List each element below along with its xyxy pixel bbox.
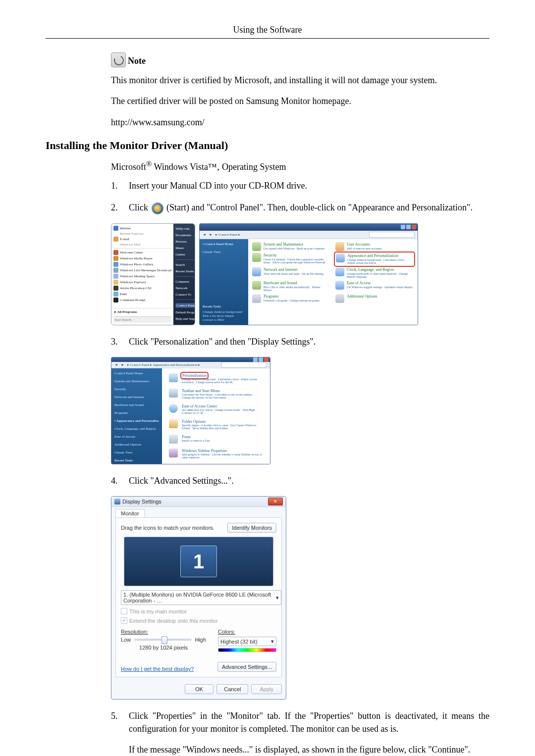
app-icon [114, 499, 120, 504]
sm-item[interactable]: Windows Live Messenger Download [113, 268, 171, 273]
ok-button[interactable]: OK [185, 684, 214, 694]
row-folder[interactable]: Folder OptionsSpecify single- or double-… [169, 419, 263, 430]
sm-item[interactable]: Windows Photo Gallery [113, 262, 171, 267]
rail-recent-header: Recent Tasks [114, 458, 159, 462]
breadcrumb[interactable]: ▸ Control Panel ▸ Appearance and Persona… [127, 363, 218, 367]
rail-item[interactable]: Ease of Access [114, 435, 159, 439]
rail-recent-item[interactable]: Change desktop background [203, 310, 245, 314]
note-row: Note [111, 52, 489, 67]
rail-item[interactable]: Additional Options [114, 443, 159, 447]
cancel-button[interactable]: Cancel [216, 684, 248, 694]
cat-system[interactable]: System and MaintenanceGet started with W… [252, 242, 330, 251]
resolution-label: Resolution: [121, 629, 206, 635]
max-icon[interactable] [259, 357, 263, 362]
sm-item[interactable]: Windows Meeting Space [113, 274, 171, 279]
rail-item[interactable]: Hardware and Sound [114, 403, 159, 407]
advanced-button[interactable]: Advanced Settings... [217, 662, 276, 672]
sm-r[interactable]: Help and Support [175, 317, 195, 321]
sm-r[interactable]: Computer [175, 280, 195, 284]
cat-sub: Check for updates · Check this computer'… [264, 258, 330, 264]
cat-additional[interactable]: Additional Options [335, 294, 414, 303]
rail-item[interactable]: Programs [114, 411, 159, 415]
all-programs[interactable]: ▸ All Programs [113, 308, 171, 315]
step-4: Click "Advanced Settings...". [111, 474, 489, 487]
sm-r[interactable]: Default Programs [175, 310, 195, 314]
rail-item[interactable]: Network and Internet [114, 395, 159, 399]
sm-r[interactable]: Search [175, 263, 195, 267]
slider-thumb[interactable] [161, 636, 167, 644]
row-taskbar[interactable]: Taskbar and Start MenuCustomize the Star… [169, 389, 263, 399]
slider-track[interactable] [134, 639, 192, 641]
cat-hardware[interactable]: Hardware and SoundPlay CDs or other medi… [252, 281, 330, 292]
cat-users[interactable]: User AccountsAdd or remove user accounts [335, 242, 414, 251]
sm-r[interactable]: Documents [175, 233, 195, 237]
max-icon[interactable] [406, 225, 411, 229]
personalization-link[interactable]: Personalization [182, 373, 207, 378]
search-input[interactable] [221, 362, 267, 368]
back-icon[interactable]: ◄ [203, 233, 206, 237]
close-button[interactable]: ✕ [268, 498, 283, 505]
rail-recent-item[interactable]: Pick a far more simple [203, 314, 245, 318]
fwd-icon[interactable]: ► [209, 233, 213, 237]
monitor-preview[interactable]: 1 [124, 537, 273, 586]
close-icon[interactable] [412, 225, 416, 229]
monitor-icon [336, 253, 345, 262]
sm-user[interactable]: Willy-win [175, 227, 195, 231]
rail-item[interactable]: Control Panel Home [114, 371, 159, 375]
sm-item[interactable]: Windows Media Player [113, 256, 171, 261]
sm-item[interactable]: Windows Explorer [113, 280, 171, 285]
tab-monitor[interactable]: Monitor [115, 509, 145, 517]
sm-item[interactable]: Welcome Center [113, 250, 171, 255]
sm-r[interactable]: Games [175, 252, 195, 256]
rail-classic[interactable]: Classic View [203, 250, 245, 254]
row-sidebar[interactable]: Windows Sidebar PropertiesAdd gadgets to… [169, 449, 263, 459]
min-icon[interactable] [253, 357, 258, 362]
rail-recent-item[interactable]: Change desktop background [114, 463, 159, 464]
row-fonts[interactable]: FontsInstall or remove a font [169, 435, 263, 444]
sm-r[interactable]: Network [175, 286, 195, 290]
sm-label: Windows Media Player [120, 256, 153, 260]
row-personalization[interactable]: PersonalizationChange desktop background… [169, 373, 263, 384]
search-input[interactable] [369, 232, 415, 238]
sm-r[interactable]: Pictures [175, 240, 195, 244]
rail-item[interactable]: Security [114, 387, 159, 391]
sm-r[interactable]: Connect To [175, 293, 195, 297]
rail-home[interactable]: • Control Panel Home [203, 242, 245, 246]
cat-programs[interactable]: ProgramsUninstall a program · Change sta… [252, 294, 330, 303]
cat-network[interactable]: Network and InternetView network status … [252, 267, 330, 279]
sm-item[interactable]: E-mail [113, 237, 171, 242]
start-search[interactable]: Start Search [113, 316, 171, 323]
cat-security[interactable]: SecurityCheck for updates · Check this c… [252, 253, 330, 265]
sm-sub: Internet Explorer [113, 232, 171, 236]
fwd-icon[interactable]: ► [121, 363, 124, 367]
sm-r-controlpanel[interactable]: Control Panel [175, 303, 195, 308]
row-ease[interactable]: Ease of Access CenterAccommodate low vis… [169, 404, 263, 414]
rail-recent-item[interactable]: convert to PRO [203, 318, 245, 322]
monitor-card[interactable]: 1 [180, 546, 217, 577]
rail: Control Panel Home System and Maintenanc… [111, 368, 162, 464]
help-link[interactable]: How do I get the best display? [121, 666, 194, 672]
cat-clock[interactable]: Clock, Language, and RegionChange keyboa… [335, 267, 414, 279]
sm-item[interactable]: Paint [113, 292, 171, 297]
cat-ease[interactable]: Ease of AccessLet Windows suggest settin… [335, 281, 414, 292]
monitor-select[interactable]: 1. (Multiple Monitors) on NVIDIA GeForce… [121, 590, 281, 605]
rail-item[interactable]: Classic View [114, 451, 159, 454]
min-icon[interactable] [401, 225, 405, 229]
rail-item[interactable]: System and Maintenance [114, 379, 159, 383]
sm-r[interactable]: Recent Items [175, 269, 195, 273]
colors-select[interactable]: Highest (32 bit) ▾ [218, 637, 276, 646]
identify-button[interactable]: Identify Monitors [227, 523, 276, 533]
sm-item[interactable]: Internet [113, 226, 171, 231]
breadcrumb[interactable]: ▸ Control Panel ▸ [215, 233, 366, 237]
close-icon[interactable] [264, 357, 268, 362]
cat-appearance[interactable]: Appearance and PersonalizationChange des… [335, 253, 414, 265]
back-icon[interactable]: ◄ [114, 363, 118, 367]
sm-r[interactable]: Music [175, 246, 195, 250]
resolution-slider[interactable]: Low High [121, 637, 206, 643]
start-menu-right: Willy-win Documents Pictures Music Games… [173, 224, 195, 325]
sm-item[interactable]: Adobe Photoshop CS2 [113, 286, 171, 291]
rail-item-active[interactable]: • Appearance and Personalization [114, 419, 159, 423]
rail-item[interactable]: Clock, Language, and Region [114, 427, 159, 431]
color-strip [218, 648, 276, 652]
sm-item[interactable]: Command Prompt [113, 298, 171, 302]
